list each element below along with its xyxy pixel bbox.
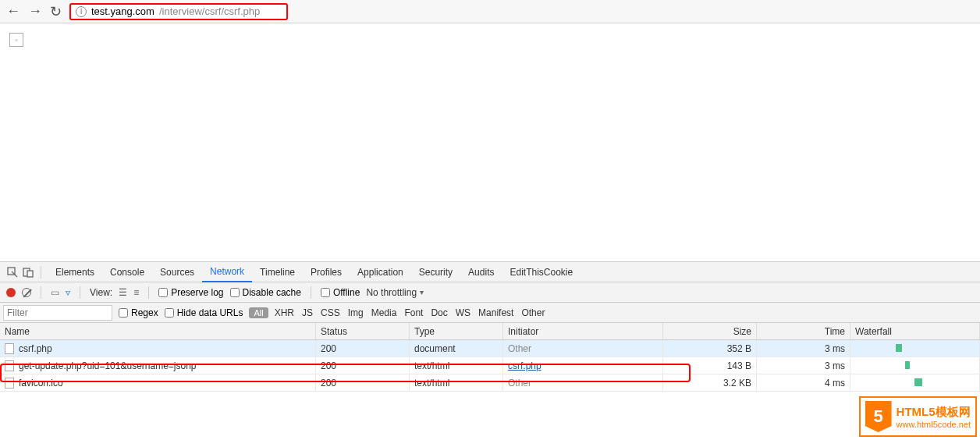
devtools-tabs: ElementsConsoleSourcesNetworkTimelinePro… <box>0 262 980 282</box>
col-size[interactable]: Size <box>663 323 757 340</box>
filter-type-js[interactable]: JS <box>302 307 313 318</box>
tab-application[interactable]: Application <box>350 262 411 282</box>
regex-checkbox[interactable]: Regex <box>119 307 158 318</box>
cell: favicon.ico <box>0 374 316 392</box>
cell: 200 <box>316 340 410 357</box>
network-toolbar: ▭ ▿ View: ☰ ≡ Preserve log Disable cache… <box>0 282 980 303</box>
tab-sources[interactable]: Sources <box>152 262 202 282</box>
cell: document <box>410 340 503 357</box>
separator <box>148 286 149 299</box>
cell: 352 B <box>663 340 757 357</box>
camera-icon[interactable]: ▭ <box>51 287 59 298</box>
address-bar: ← → ↻ i test.yang.com/interview/csrf/csr… <box>0 0 980 23</box>
reload-icon[interactable]: ↻ <box>50 3 62 20</box>
filter-type-other[interactable]: Other <box>521 307 545 318</box>
offline-checkbox[interactable]: Offline <box>321 287 360 298</box>
url-path: /interview/csrf/csrf.php <box>159 5 260 17</box>
filter-type-doc[interactable]: Doc <box>431 307 447 318</box>
network-table: Name Status Type Initiator Size Time Wat… <box>0 323 980 392</box>
col-initiator[interactable]: Initiator <box>503 323 663 340</box>
cell: csrf.php <box>0 340 316 357</box>
view-label: View: <box>90 287 112 298</box>
broken-image-icon: ▫ <box>9 33 23 47</box>
separator <box>41 286 41 299</box>
cell: get-update.php?uid=101&username=jsonp <box>0 357 316 374</box>
col-waterfall[interactable]: Waterfall <box>850 323 980 340</box>
separator <box>80 286 80 299</box>
cell: csrf.php <box>503 357 663 374</box>
device-icon[interactable] <box>22 266 34 279</box>
back-arrow-icon[interactable]: ← <box>6 3 20 20</box>
forward-arrow-icon[interactable]: → <box>28 3 42 20</box>
url-input[interactable]: i test.yang.com/interview/csrf/csrf.php <box>69 3 288 20</box>
tab-audits[interactable]: Audits <box>460 262 502 282</box>
inspect-icon[interactable] <box>6 266 19 279</box>
large-rows-icon[interactable]: ☰ <box>119 287 127 298</box>
page-content: ▫ <box>0 23 980 261</box>
filter-input[interactable] <box>3 305 112 321</box>
filter-type-manifest[interactable]: Manifest <box>478 307 513 318</box>
tab-profiles[interactable]: Profiles <box>303 262 350 282</box>
throttling-dropdown[interactable]: No throttling <box>366 287 424 298</box>
cell <box>850 374 980 392</box>
watermark-url: www.html5code.net <box>897 420 971 429</box>
info-icon[interactable]: i <box>76 6 87 17</box>
watermark: 5 HTML5模板网 www.html5code.net <box>859 396 977 437</box>
cell: 143 B <box>663 357 757 374</box>
cell <box>850 357 980 374</box>
cell: 3 ms <box>757 357 850 374</box>
hide-data-urls-checkbox[interactable]: Hide data URLs <box>165 307 243 318</box>
col-type[interactable]: Type <box>410 323 503 340</box>
disable-cache-checkbox[interactable]: Disable cache <box>230 287 301 298</box>
cell: 3 ms <box>757 340 850 357</box>
tab-editthiscookie[interactable]: EditThisCookie <box>502 262 581 282</box>
cell: text/html <box>410 357 503 374</box>
filter-type-img[interactable]: Img <box>348 307 364 318</box>
html5-badge-icon: 5 <box>865 401 892 432</box>
cell: 200 <box>316 374 410 392</box>
network-filter-bar: Regex Hide data URLs All XHRJSCSSImgMedi… <box>0 303 980 323</box>
clear-icon[interactable] <box>22 288 31 297</box>
cell: text/html <box>410 374 503 392</box>
separator <box>311 286 311 299</box>
col-time[interactable]: Time <box>757 323 850 340</box>
record-icon[interactable] <box>6 288 16 297</box>
preserve-log-checkbox[interactable]: Preserve log <box>158 287 223 298</box>
cell: Other <box>503 374 663 392</box>
filter-all[interactable]: All <box>249 307 268 318</box>
col-status[interactable]: Status <box>316 323 410 340</box>
filter-type-xhr[interactable]: XHR <box>275 307 294 318</box>
filter-type-ws[interactable]: WS <box>456 307 470 318</box>
col-name[interactable]: Name <box>0 323 316 340</box>
tab-timeline[interactable]: Timeline <box>252 262 303 282</box>
cell: 200 <box>316 357 410 374</box>
tab-network[interactable]: Network <box>202 262 252 282</box>
cell: Other <box>503 340 663 357</box>
filter-type-font[interactable]: Font <box>404 307 423 318</box>
separator <box>41 266 41 279</box>
tab-security[interactable]: Security <box>411 262 460 282</box>
svg-rect-2 <box>27 271 33 277</box>
tab-elements[interactable]: Elements <box>48 262 102 282</box>
watermark-title: HTML5模板网 <box>897 405 971 420</box>
filter-type-css[interactable]: CSS <box>321 307 340 318</box>
filter-icon[interactable]: ▿ <box>66 287 70 298</box>
cell: 3.2 KB <box>663 374 757 392</box>
devtools-panel: ElementsConsoleSourcesNetworkTimelinePro… <box>0 261 980 392</box>
url-host: test.yang.com <box>91 5 154 17</box>
cell <box>850 340 980 357</box>
tab-console[interactable]: Console <box>102 262 152 282</box>
cell: 4 ms <box>757 374 850 392</box>
filter-type-media[interactable]: Media <box>371 307 397 318</box>
overview-icon[interactable]: ≡ <box>133 287 139 298</box>
